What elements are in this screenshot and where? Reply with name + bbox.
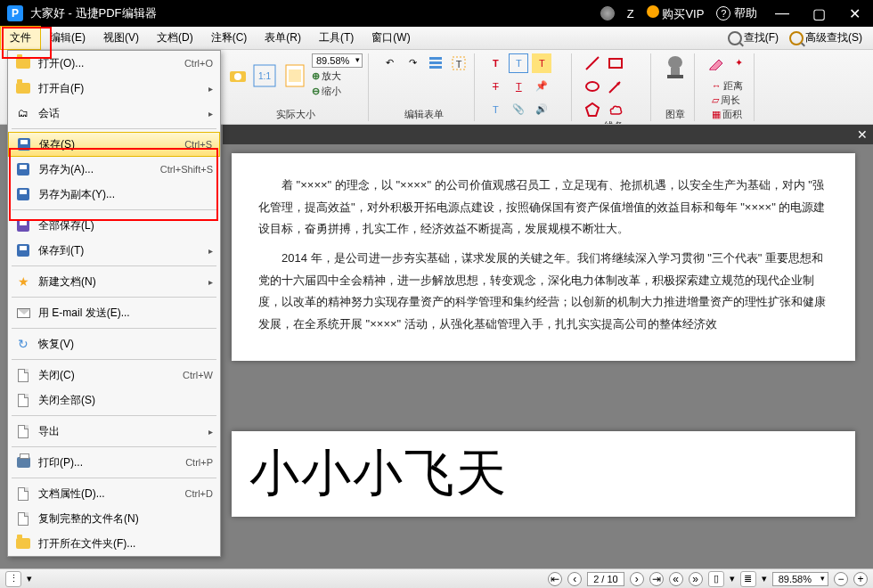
menu-new-document[interactable]: ★新建文档(N)▸ [8, 269, 220, 294]
eraser-icon[interactable] [706, 53, 725, 73]
big-text-block[interactable]: 小小小飞天 [232, 431, 855, 517]
session-icon: 🗂 [15, 105, 31, 121]
menu-close[interactable]: 关闭(C)Ctrl+W [8, 363, 220, 388]
menu-properties[interactable]: 文档属性(D)...Ctrl+D [8, 481, 220, 506]
find-button[interactable]: 查找(F) [724, 29, 782, 47]
menu-open[interactable]: 打开(O)...Ctrl+O [8, 51, 220, 76]
menu-save-as-copy[interactable]: 另存为副本(Y)... [8, 182, 220, 207]
view-dropdown2-icon[interactable]: ▾ [762, 573, 767, 584]
text-tool-icon[interactable]: T [485, 53, 505, 73]
globe-icon[interactable] [600, 6, 615, 20]
menu-export[interactable]: 导出▸ [8, 419, 220, 444]
menu-edit[interactable]: 编辑(E) [41, 27, 94, 49]
statusbar: ⋮ ▾ ⇤ ‹ 2 / 10 › ⇥ « » ▯ ▾ ≣ ▾ 89.58% − … [0, 568, 873, 588]
zoom-out-icon[interactable]: ⊖ [312, 86, 320, 97]
rotate-left-icon[interactable]: ↶ [379, 53, 399, 73]
zoom-combo[interactable]: 89.58% [312, 53, 363, 68]
view-single-button[interactable]: ▯ [708, 571, 724, 587]
document-tabbar: ✕ [223, 125, 873, 144]
zoom-field[interactable]: 89.58% [772, 572, 828, 586]
zoom-in-button[interactable]: + [853, 572, 868, 586]
last-page-button[interactable]: ⇥ [649, 572, 664, 586]
oval-icon[interactable] [583, 77, 602, 96]
vip-icon [647, 5, 659, 18]
arrow-icon[interactable] [606, 77, 625, 96]
menu-document[interactable]: 文档(D) [148, 27, 202, 49]
fit-page-icon[interactable] [281, 62, 308, 89]
menu-form[interactable]: 表单(R) [256, 27, 310, 49]
cloud-icon[interactable] [606, 100, 625, 119]
strikeout-icon[interactable]: T [485, 77, 505, 96]
zoom-out-button[interactable]: − [834, 572, 848, 586]
menu-save-all[interactable]: 全部保存(L) [8, 213, 220, 238]
menu-save-to[interactable]: 保存到(T)▸ [8, 238, 220, 263]
one-to-one-icon[interactable]: 1:1 [251, 62, 278, 89]
save-all-icon [17, 219, 29, 232]
chevron-down-icon[interactable]: ▾ [27, 573, 32, 584]
perimeter-icon[interactable]: ▱ [712, 94, 719, 106]
svg-line-11 [586, 57, 599, 69]
text-select-icon[interactable]: T [449, 53, 469, 73]
stamp-icon[interactable] [662, 53, 689, 80]
menu-email[interactable]: 用 E-mail 发送(E)... [8, 300, 220, 325]
distance-icon[interactable]: ↔ [712, 80, 722, 91]
menu-save-as[interactable]: 另存为(A)...Ctrl+Shift+S [8, 157, 220, 182]
view-dropdown-icon[interactable]: ▾ [730, 573, 735, 584]
page-field[interactable]: 2 / 10 [587, 572, 624, 586]
star-shape-icon[interactable]: ✦ [729, 53, 748, 73]
menu-open-from[interactable]: 打开自(F)▸ [8, 76, 220, 101]
next-page-button[interactable]: › [630, 572, 644, 586]
pin-icon[interactable]: 📌 [532, 77, 551, 96]
menu-window[interactable]: 窗口(W) [363, 27, 419, 49]
user-letter[interactable]: Z [627, 7, 634, 20]
mail-icon [17, 308, 30, 318]
camera-icon[interactable] [228, 66, 248, 86]
menu-save[interactable]: 保存(S)Ctrl+S [8, 132, 220, 157]
menu-file[interactable]: 文件 [0, 26, 41, 50]
rotate-right-icon[interactable]: ↷ [403, 53, 422, 73]
nav-forward-button[interactable]: » [689, 572, 703, 586]
folder-location-icon [16, 538, 30, 549]
maximize-button[interactable]: ▢ [807, 5, 831, 22]
menu-print[interactable]: 打印(P)...Ctrl+P [8, 450, 220, 475]
advanced-find-button[interactable]: 高级查找(S) [786, 29, 866, 47]
first-page-button[interactable]: ⇤ [548, 572, 562, 586]
line-icon[interactable] [583, 53, 602, 73]
menu-close-all[interactable]: 关闭全部(S) [8, 388, 220, 412]
star-icon: ★ [15, 274, 31, 290]
pdf-page[interactable]: 着 "××××" 的理念，以 "××××" 的公司价值观感召员工，立足现有、抢抓… [232, 153, 855, 361]
titlebar: P 大家好 - 迅捷PDF编辑器 Z 购买VIP ? 帮助 — ▢ ✕ [0, 0, 873, 27]
save-icon [18, 138, 30, 151]
vip-link[interactable]: 购买VIP [647, 5, 705, 22]
help-link[interactable]: ? 帮助 [716, 5, 757, 21]
attachment-icon[interactable]: 📎 [509, 100, 528, 119]
paragraph-2: 2014 年，是公司进一步夯实基础，谋求发展的关键之年。我们将继续深入学习贯彻 … [258, 248, 828, 336]
highlight-icon[interactable]: T [532, 53, 551, 73]
menu-copy-filename[interactable]: 复制完整的文件名(N) [8, 506, 220, 531]
menu-view[interactable]: 视图(V) [94, 27, 148, 49]
polygon-icon[interactable] [583, 100, 602, 119]
prev-page-button[interactable]: ‹ [567, 572, 582, 586]
close-button[interactable]: ✕ [844, 5, 866, 22]
nav-back-button[interactable]: « [669, 572, 683, 586]
view-continuous-button[interactable]: ≣ [740, 571, 756, 587]
area-icon[interactable]: ▦ [712, 109, 721, 120]
underline-icon[interactable]: T [509, 77, 528, 96]
options-button[interactable]: ⋮ [5, 571, 21, 587]
tab-close-icon[interactable]: ✕ [857, 127, 868, 142]
list-icon[interactable] [426, 53, 445, 73]
zoom-in-icon[interactable]: ⊕ [312, 70, 320, 82]
svg-point-1 [234, 73, 241, 80]
menu-tools[interactable]: 工具(T) [310, 27, 363, 49]
svg-rect-18 [671, 68, 680, 75]
rect-icon[interactable] [606, 53, 625, 73]
menu-open-folder[interactable]: 打开所在文件夹(F)... [8, 531, 220, 556]
menu-comment[interactable]: 注释(C) [202, 27, 257, 49]
sound-icon[interactable]: 🔊 [532, 100, 551, 119]
text-box-icon[interactable]: T [509, 53, 528, 73]
svg-rect-12 [609, 59, 622, 68]
note-icon[interactable]: T [485, 100, 505, 119]
menu-session[interactable]: 🗂会话▸ [8, 101, 220, 126]
minimize-button[interactable]: — [770, 5, 795, 21]
menu-restore[interactable]: ↻恢复(V) [8, 331, 220, 356]
